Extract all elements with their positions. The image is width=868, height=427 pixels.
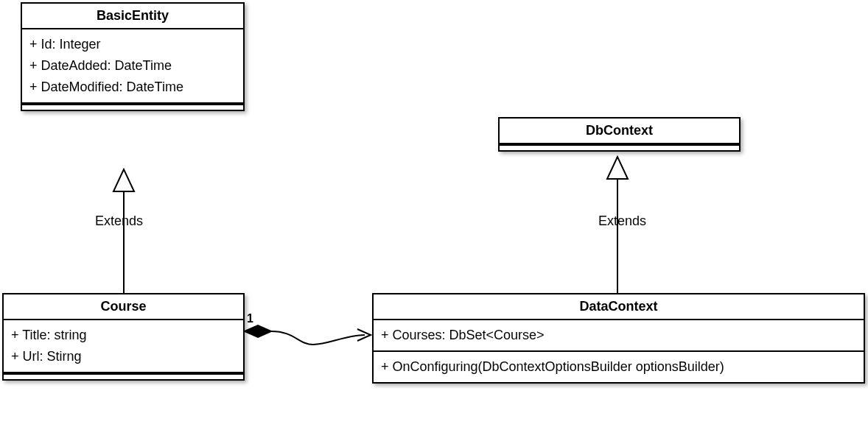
class-name: Course (4, 294, 243, 320)
inheritance-arrowhead-icon (113, 169, 134, 191)
composition-course-datacontext (245, 325, 371, 345)
class-attributes: + Id: Integer + DateAdded: DateTime + Da… (22, 29, 243, 104)
uml-canvas: BasicEntity + Id: Integer + DateAdded: D… (0, 0, 868, 427)
class-dbcontext: DbContext (498, 117, 741, 152)
operation: + OnConfiguring(DbContextOptionsBuilder … (381, 356, 856, 378)
class-body-empty (500, 144, 739, 150)
attribute: + Title: string (11, 325, 236, 346)
multiplicity-label: 1 (247, 312, 253, 325)
attribute: + Url: Stirng (11, 346, 236, 367)
class-operations: + OnConfiguring(DbContextOptionsBuilder … (374, 352, 864, 382)
class-operations-empty (4, 373, 243, 379)
composition-diamond-icon (245, 325, 271, 337)
class-course: Course + Title: string + Url: Stirng (2, 293, 245, 381)
arrowhead-icon (357, 329, 371, 341)
generalization-course-basicentity (113, 169, 134, 293)
class-attributes: + Courses: DbSet<Course> (374, 320, 864, 352)
class-name: DbContext (500, 119, 739, 144)
class-basicentity: BasicEntity + Id: Integer + DateAdded: D… (21, 2, 245, 111)
attribute: + Courses: DbSet<Course> (381, 325, 856, 346)
class-name: DataContext (374, 294, 864, 320)
class-name: BasicEntity (22, 4, 243, 29)
extends-label: Extends (597, 214, 648, 229)
extends-label: Extends (94, 214, 144, 229)
class-attributes: + Title: string + Url: Stirng (4, 320, 243, 373)
inheritance-arrowhead-icon (607, 157, 628, 179)
class-operations-empty (22, 104, 243, 110)
attribute: + DateModified: DateTime (29, 77, 236, 98)
attribute: + DateAdded: DateTime (29, 55, 236, 77)
attribute: + Id: Integer (29, 34, 236, 55)
class-datacontext: DataContext + Courses: DbSet<Course> + O… (372, 293, 865, 384)
